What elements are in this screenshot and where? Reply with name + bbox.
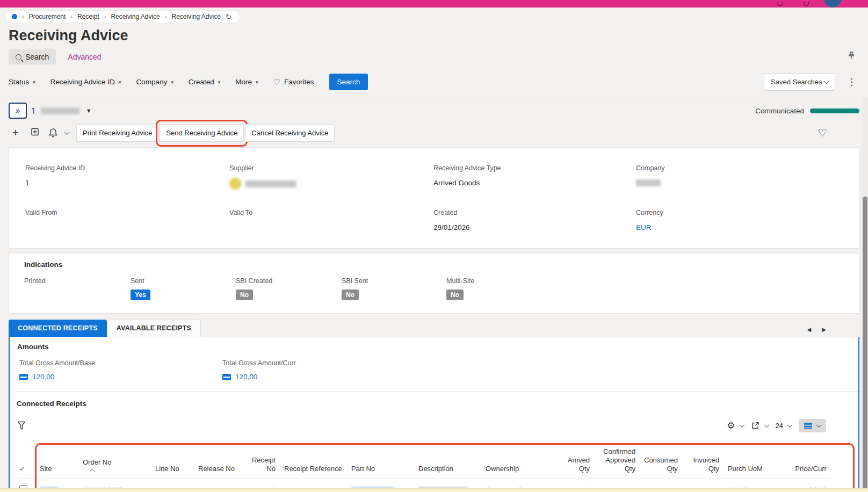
advanced-search-link[interactable]: Advanced: [68, 53, 101, 61]
kebab-menu-icon[interactable]: ⋮: [844, 76, 859, 88]
favorites-button[interactable]: ♡ Favorites: [273, 77, 314, 87]
table-export-button[interactable]: [751, 421, 769, 430]
col-part-no[interactable]: Part No: [347, 440, 414, 479]
field-value: Arrived Goods: [433, 178, 636, 187]
plus-icon: +: [12, 126, 19, 139]
col-invoiced-qty[interactable]: Invoiced Qty: [682, 440, 724, 479]
notifications-button[interactable]: [46, 126, 60, 140]
indication-label: SBI Sent: [342, 277, 446, 285]
field-valid-to: Valid To: [229, 209, 433, 232]
table-settings-button[interactable]: ⚙: [727, 420, 743, 431]
filter-created[interactable]: Created ▾: [189, 78, 221, 86]
filter-more[interactable]: More ▾: [235, 78, 258, 86]
col-price-curr[interactable]: Price/Curr: [777, 440, 831, 479]
redacted-company-value: [636, 179, 661, 186]
chevron-right-icon: ›: [165, 13, 167, 20]
breadcrumb-item[interactable]: Receiving Advice: [171, 13, 220, 20]
record-selector-caret-icon[interactable]: ▼: [86, 107, 92, 114]
tab-scroll-right-icon[interactable]: ▶: [822, 327, 826, 332]
refresh-icon[interactable]: ↻: [226, 14, 232, 19]
col-receipt-reference[interactable]: Receipt Reference: [280, 440, 347, 479]
col-consumed-qty[interactable]: Consumed Qty: [640, 440, 682, 479]
filter-label: Company: [136, 78, 167, 86]
saved-searches-label: Saved Searches: [771, 78, 822, 86]
connected-receipts-panel: Amounts Total Gross Amount/Base 120,00 T…: [9, 337, 859, 492]
filter-label: Receiving Advice ID: [50, 78, 115, 86]
status-progress-bar: [810, 108, 859, 113]
pin-icon[interactable]: [848, 52, 855, 60]
col-site[interactable]: Site: [35, 440, 78, 479]
expand-panel-button[interactable]: »: [9, 103, 27, 119]
col-arrived-qty[interactable]: Arrived Qty: [554, 440, 594, 479]
col-description[interactable]: Description: [414, 440, 481, 479]
add-record-button[interactable]: +: [9, 126, 23, 140]
heart-icon: ♡: [273, 77, 280, 87]
filter-receiving-advice-id[interactable]: Receiving Advice ID ▾: [50, 78, 121, 86]
gear-icon: ⚙: [727, 420, 735, 431]
amount-value-link[interactable]: 120,00: [32, 373, 54, 381]
view-mode-button[interactable]: [799, 419, 826, 432]
saved-searches-dropdown[interactable]: Saved Searches: [764, 73, 835, 91]
field-label: Company: [636, 164, 859, 172]
send-receiving-advice-button[interactable]: Send Receiving Advice: [160, 124, 244, 142]
favorites-label: Favorites: [284, 78, 314, 86]
breadcrumb-item[interactable]: Procurement: [29, 13, 66, 20]
page-size-selector[interactable]: 24: [776, 422, 792, 430]
page-scrollbar-thumb[interactable]: [863, 197, 867, 492]
breadcrumb-item[interactable]: Receiving Advice: [111, 13, 160, 20]
user-avatar[interactable]: [824, 0, 841, 8]
favorite-record-heart-icon[interactable]: ♡: [818, 127, 827, 139]
duplicate-record-button[interactable]: [27, 126, 41, 140]
search-toggle-row: Search Advanced: [9, 49, 868, 65]
field-label: Currency: [636, 209, 859, 216]
page-title: Receiving Advice: [9, 27, 868, 44]
tab-connected-receipts[interactable]: CONNECTED RECEIPTS: [9, 320, 107, 337]
page-scrollbar-track[interactable]: [862, 97, 868, 492]
chevron-down-icon: ▾: [218, 79, 221, 85]
col-purch-uom[interactable]: Purch UoM: [724, 440, 777, 479]
indication-sbi-created: SBI Created No: [236, 277, 342, 300]
indication-sbi-sent: SBI Sent No: [342, 277, 446, 300]
filter-status[interactable]: Status ▾: [9, 78, 35, 86]
search-toggle-button[interactable]: Search: [9, 49, 56, 64]
indication-badge: No: [236, 290, 253, 300]
sort-ascending-icon: [90, 469, 95, 474]
amount-value-link[interactable]: 120,00: [235, 373, 257, 381]
filter-funnel-icon[interactable]: [17, 421, 26, 430]
home-icon[interactable]: [12, 14, 17, 19]
indication-label: Multi-Site: [446, 277, 859, 285]
page-size-value: 24: [776, 422, 783, 430]
field-company: Company: [636, 164, 859, 190]
table-toolbar: ⚙ 24: [10, 419, 858, 432]
chevron-right-icon: ›: [70, 13, 73, 20]
chevron-down-icon[interactable]: [64, 129, 70, 135]
select-all-check-icon[interactable]: ✓: [11, 440, 35, 479]
search-button[interactable]: Search: [329, 74, 368, 90]
field-total-gross-amount-curr: Total Gross Amount/Curr 120,00: [222, 359, 858, 381]
col-confirmed-approved-qty[interactable]: Confirmed Approved Qty: [594, 440, 640, 479]
amounts-section: Amounts Total Gross Amount/Base 120,00 T…: [10, 337, 858, 392]
field-label: Supplier: [229, 164, 433, 172]
indication-printed: Printed: [24, 277, 131, 300]
print-receiving-advice-button[interactable]: Print Receiving Advice: [76, 124, 158, 142]
field-value-currency-link[interactable]: EUR: [636, 222, 859, 232]
field-valid-from: Valid From: [25, 209, 229, 232]
cancel-receiving-advice-button[interactable]: Cancel Receiving Advice: [245, 124, 335, 142]
field-currency: Currency EUR: [636, 209, 859, 232]
tab-scroll-left-icon[interactable]: ◀: [807, 327, 812, 332]
tab-available-receipts[interactable]: AVAILABLE RECEIPTS: [107, 319, 201, 337]
field-label: Receiving Advice Type: [433, 164, 636, 172]
col-receipt-no[interactable]: Receipt No: [240, 440, 280, 479]
filter-company[interactable]: Company ▾: [136, 78, 173, 86]
col-line-no[interactable]: Line No: [151, 440, 194, 479]
indications-card: Indications Printed Sent Yes SBI Created…: [9, 253, 859, 314]
currency-icon: [222, 374, 231, 380]
col-ownership[interactable]: Ownership: [481, 440, 554, 479]
bell-icon: [49, 128, 57, 138]
indication-sent: Sent Yes: [131, 277, 236, 300]
col-order-no[interactable]: Order No: [78, 440, 151, 479]
breadcrumb-item[interactable]: Receipt: [77, 13, 99, 20]
indications-title: Indications: [24, 261, 859, 269]
col-release-no[interactable]: Release No: [194, 440, 240, 479]
chevron-down-icon: [824, 78, 829, 84]
